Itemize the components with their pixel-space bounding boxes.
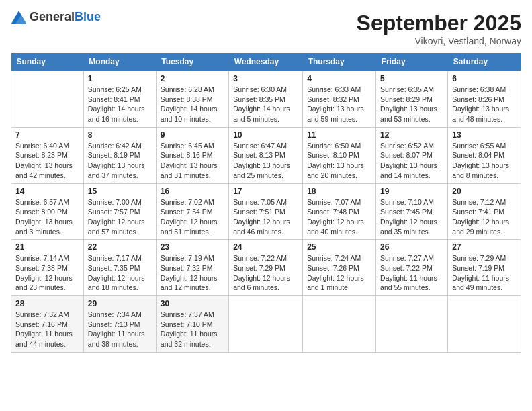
day-info: Sunrise: 7:22 AMSunset: 7:29 PMDaylight:… (233, 253, 298, 293)
weekday-header-thursday: Thursday (303, 53, 376, 71)
calendar-week-row: 28Sunrise: 7:32 AMSunset: 7:16 PMDayligh… (11, 296, 521, 353)
calendar-cell: 27Sunrise: 7:29 AMSunset: 7:19 PMDayligh… (448, 240, 521, 296)
day-number: 3 (233, 74, 298, 83)
day-number: 9 (161, 130, 224, 140)
calendar-cell: 29Sunrise: 7:34 AMSunset: 7:13 PMDayligh… (83, 296, 156, 353)
day-info: Sunrise: 6:38 AMSunset: 8:26 PMDaylight:… (452, 85, 517, 124)
calendar-cell: 4Sunrise: 6:33 AMSunset: 8:32 PMDaylight… (303, 71, 376, 128)
day-number: 15 (88, 187, 152, 196)
day-number: 21 (15, 242, 79, 252)
calendar-cell (448, 296, 521, 353)
day-number: 2 (161, 74, 224, 83)
title-block: September 2025 Vikoyri, Vestland, Norway (357, 11, 521, 46)
day-number: 30 (161, 299, 224, 308)
day-info: Sunrise: 6:55 AMSunset: 8:04 PMDaylight:… (452, 141, 517, 181)
calendar-cell: 24Sunrise: 7:22 AMSunset: 7:29 PMDayligh… (229, 240, 303, 296)
day-info: Sunrise: 7:00 AMSunset: 7:57 PMDaylight:… (88, 197, 152, 237)
day-info: Sunrise: 6:40 AMSunset: 8:23 PMDaylight:… (15, 141, 79, 181)
calendar-cell: 26Sunrise: 7:27 AMSunset: 7:22 PMDayligh… (376, 240, 448, 296)
logo-text-general: General (30, 10, 75, 24)
page-header: GeneralBlue September 2025 Vikoyri, Vest… (11, 11, 521, 46)
day-number: 4 (307, 74, 371, 83)
day-info: Sunrise: 7:14 AMSunset: 7:38 PMDaylight:… (15, 253, 79, 293)
calendar-cell: 28Sunrise: 7:32 AMSunset: 7:16 PMDayligh… (11, 296, 84, 353)
calendar-cell: 16Sunrise: 7:02 AMSunset: 7:54 PMDayligh… (156, 183, 228, 240)
day-info: Sunrise: 7:24 AMSunset: 7:26 PMDaylight:… (307, 253, 371, 293)
day-info: Sunrise: 6:25 AMSunset: 8:41 PMDaylight:… (88, 85, 152, 124)
calendar-cell: 9Sunrise: 6:45 AMSunset: 8:16 PMDaylight… (156, 127, 228, 183)
day-number: 5 (380, 74, 443, 83)
day-info: Sunrise: 7:29 AMSunset: 7:19 PMDaylight:… (452, 253, 517, 293)
day-number: 13 (452, 130, 517, 140)
day-info: Sunrise: 6:28 AMSunset: 8:38 PMDaylight:… (161, 85, 224, 124)
logo-text-blue: Blue (75, 10, 101, 24)
day-info: Sunrise: 7:34 AMSunset: 7:13 PMDaylight:… (88, 310, 152, 349)
logo-icon (11, 11, 27, 24)
weekday-header-row: SundayMondayTuesdayWednesdayThursdayFrid… (11, 53, 521, 71)
day-number: 19 (380, 187, 443, 196)
day-info: Sunrise: 6:42 AMSunset: 8:19 PMDaylight:… (88, 141, 152, 181)
weekday-header-saturday: Saturday (448, 53, 521, 71)
calendar-cell (376, 296, 448, 353)
calendar-table: SundayMondayTuesdayWednesdayThursdayFrid… (11, 53, 521, 353)
calendar-cell: 10Sunrise: 6:47 AMSunset: 8:13 PMDayligh… (229, 127, 303, 183)
day-info: Sunrise: 7:17 AMSunset: 7:35 PMDaylight:… (88, 253, 152, 293)
calendar-cell: 2Sunrise: 6:28 AMSunset: 8:38 PMDaylight… (156, 71, 228, 128)
day-number: 26 (380, 242, 443, 252)
day-number: 27 (452, 242, 517, 252)
calendar-cell: 12Sunrise: 6:52 AMSunset: 8:07 PMDayligh… (376, 127, 448, 183)
calendar-cell (229, 296, 303, 353)
day-number: 16 (161, 187, 224, 196)
day-number: 25 (307, 242, 371, 252)
calendar-cell: 7Sunrise: 6:40 AMSunset: 8:23 PMDaylight… (11, 127, 84, 183)
calendar-cell: 14Sunrise: 6:57 AMSunset: 8:00 PMDayligh… (11, 183, 84, 240)
day-number: 20 (452, 187, 517, 196)
calendar-cell: 17Sunrise: 7:05 AMSunset: 7:51 PMDayligh… (229, 183, 303, 240)
day-info: Sunrise: 6:33 AMSunset: 8:32 PMDaylight:… (307, 85, 371, 124)
day-number: 6 (452, 74, 517, 83)
day-number: 7 (15, 130, 79, 140)
weekday-header-friday: Friday (376, 53, 448, 71)
day-info: Sunrise: 6:47 AMSunset: 8:13 PMDaylight:… (233, 141, 298, 181)
day-number: 28 (15, 299, 79, 308)
day-info: Sunrise: 6:52 AMSunset: 8:07 PMDaylight:… (380, 141, 443, 181)
day-number: 12 (380, 130, 443, 140)
weekday-header-sunday: Sunday (11, 53, 84, 71)
calendar-week-row: 7Sunrise: 6:40 AMSunset: 8:23 PMDaylight… (11, 127, 521, 183)
calendar-week-row: 21Sunrise: 7:14 AMSunset: 7:38 PMDayligh… (11, 240, 521, 296)
calendar-cell: 8Sunrise: 6:42 AMSunset: 8:19 PMDaylight… (83, 127, 156, 183)
day-number: 17 (233, 187, 298, 196)
logo: GeneralBlue (11, 11, 101, 24)
day-info: Sunrise: 7:19 AMSunset: 7:32 PMDaylight:… (161, 253, 224, 293)
calendar-cell: 21Sunrise: 7:14 AMSunset: 7:38 PMDayligh… (11, 240, 84, 296)
calendar-cell: 20Sunrise: 7:12 AMSunset: 7:41 PMDayligh… (448, 183, 521, 240)
day-number: 29 (88, 299, 152, 308)
day-number: 8 (88, 130, 152, 140)
calendar-week-row: 1Sunrise: 6:25 AMSunset: 8:41 PMDaylight… (11, 71, 521, 128)
calendar-cell: 1Sunrise: 6:25 AMSunset: 8:41 PMDaylight… (83, 71, 156, 128)
calendar-location: Vikoyri, Vestland, Norway (357, 36, 521, 46)
day-number: 10 (233, 130, 298, 140)
calendar-week-row: 14Sunrise: 6:57 AMSunset: 8:00 PMDayligh… (11, 183, 521, 240)
calendar-cell: 30Sunrise: 7:37 AMSunset: 7:10 PMDayligh… (156, 296, 228, 353)
calendar-cell: 3Sunrise: 6:30 AMSunset: 8:35 PMDaylight… (229, 71, 303, 128)
day-info: Sunrise: 7:05 AMSunset: 7:51 PMDaylight:… (233, 197, 298, 237)
calendar-cell: 23Sunrise: 7:19 AMSunset: 7:32 PMDayligh… (156, 240, 228, 296)
day-number: 1 (88, 74, 152, 83)
calendar-cell: 11Sunrise: 6:50 AMSunset: 8:10 PMDayligh… (303, 127, 376, 183)
calendar-title: September 2025 (357, 11, 521, 36)
day-number: 23 (161, 242, 224, 252)
calendar-cell (11, 71, 84, 128)
day-info: Sunrise: 7:12 AMSunset: 7:41 PMDaylight:… (452, 197, 517, 237)
day-number: 18 (307, 187, 371, 196)
day-info: Sunrise: 7:10 AMSunset: 7:45 PMDaylight:… (380, 197, 443, 237)
calendar-cell: 19Sunrise: 7:10 AMSunset: 7:45 PMDayligh… (376, 183, 448, 240)
day-info: Sunrise: 7:07 AMSunset: 7:48 PMDaylight:… (307, 197, 371, 237)
calendar-cell: 22Sunrise: 7:17 AMSunset: 7:35 PMDayligh… (83, 240, 156, 296)
weekday-header-monday: Monday (83, 53, 156, 71)
day-info: Sunrise: 6:50 AMSunset: 8:10 PMDaylight:… (307, 141, 371, 181)
day-info: Sunrise: 6:57 AMSunset: 8:00 PMDaylight:… (15, 197, 79, 237)
calendar-cell (303, 296, 376, 353)
calendar-cell: 15Sunrise: 7:00 AMSunset: 7:57 PMDayligh… (83, 183, 156, 240)
calendar-cell: 5Sunrise: 6:35 AMSunset: 8:29 PMDaylight… (376, 71, 448, 128)
